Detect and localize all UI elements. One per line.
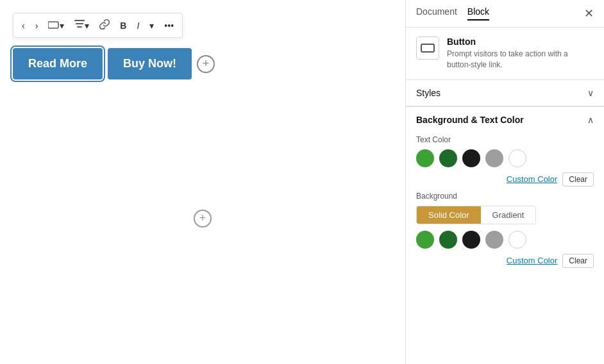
- svg-rect-2: [76, 23, 83, 24]
- bg-text-chevron-icon: ∧: [587, 115, 594, 125]
- text-color-clear-button[interactable]: Clear: [562, 172, 594, 186]
- center-add-block-button[interactable]: +: [194, 210, 212, 228]
- panel-header: Document Block ✕: [406, 0, 604, 28]
- read-more-button[interactable]: Read More: [13, 48, 103, 79]
- block-type-chevron: ▾: [60, 21, 64, 31]
- close-icon: ✕: [584, 6, 594, 21]
- button-group: Read More Buy Now! +: [13, 48, 392, 79]
- more-options-icon: •••: [164, 21, 174, 31]
- text-color-custom-button[interactable]: Custom Color: [507, 174, 557, 184]
- text-color-swatch-gray[interactable]: [485, 149, 503, 167]
- toolbar-bold-btn[interactable]: B: [115, 17, 131, 34]
- bg-clear-button[interactable]: Clear: [562, 254, 594, 268]
- bg-text-section-title: Background & Text Color: [416, 115, 524, 125]
- align-chevron: ▾: [85, 21, 89, 31]
- text-color-swatch-green-light[interactable]: [416, 149, 434, 167]
- svg-rect-1: [74, 20, 85, 21]
- block-info-text: Button Prompt visitors to take action wi…: [447, 37, 594, 70]
- text-color-label: Text Color: [416, 135, 594, 144]
- link-icon: [99, 19, 110, 31]
- tab-document[interactable]: Document: [416, 6, 457, 21]
- editor-area: ‹ › ▾ ▾ B I ▾ ••• Read More Buy Now!: [0, 0, 405, 364]
- panel-close-button[interactable]: ✕: [584, 6, 594, 21]
- block-info: Button Prompt visitors to take action wi…: [406, 28, 604, 80]
- bg-text-content: Text Color Custom Color Clear Background…: [406, 135, 604, 282]
- bg-color-swatch-green-light[interactable]: [416, 231, 434, 249]
- bg-custom-color-button[interactable]: Custom Color: [507, 256, 557, 265]
- toolbar-align-btn[interactable]: ▾: [70, 17, 94, 34]
- background-subsection: Background Solid Color Gradient Custom C…: [416, 192, 594, 268]
- toolbar-format-btn[interactable]: ▾: [145, 17, 158, 34]
- solid-color-toggle-btn[interactable]: Solid Color: [417, 206, 481, 224]
- toolbar-back-btn[interactable]: ‹: [17, 17, 29, 34]
- block-icon-box: [416, 37, 439, 60]
- bg-color-swatch-green-dark[interactable]: [439, 231, 457, 249]
- text-color-swatch-white[interactable]: [508, 149, 526, 167]
- toolbar-more-btn[interactable]: •••: [160, 17, 178, 34]
- background-toggle: Solid Color Gradient: [416, 206, 536, 224]
- block-type-icon: [48, 21, 60, 31]
- block-name: Button: [447, 37, 594, 47]
- align-icon: [74, 20, 85, 31]
- background-color-swatches: [416, 231, 594, 249]
- tab-block[interactable]: Block: [467, 6, 489, 21]
- svg-rect-3: [77, 26, 82, 28]
- toolbar-block-type-btn[interactable]: ▾: [44, 17, 69, 34]
- plus-icon: +: [203, 57, 210, 70]
- bg-color-swatch-white[interactable]: [508, 231, 526, 249]
- buy-now-button[interactable]: Buy Now!: [108, 48, 192, 79]
- toolbar-forward-btn[interactable]: ›: [31, 17, 43, 34]
- bg-color-swatch-black[interactable]: [462, 231, 480, 249]
- styles-section-header[interactable]: Styles ∨: [406, 80, 604, 106]
- block-description: Prompt visitors to take action with a bu…: [447, 49, 594, 70]
- text-color-swatch-black[interactable]: [462, 149, 480, 167]
- center-plus-icon: +: [199, 211, 206, 225]
- toolbar-italic-btn[interactable]: I: [132, 17, 144, 34]
- right-panel: Document Block ✕ Button Prompt visitors …: [405, 0, 604, 364]
- background-label: Background: [416, 192, 594, 201]
- bg-color-swatch-gray[interactable]: [485, 231, 503, 249]
- styles-section: Styles ∨: [406, 80, 604, 106]
- gradient-toggle-btn[interactable]: Gradient: [481, 206, 536, 224]
- bg-text-section-header[interactable]: Background & Text Color ∧: [406, 106, 604, 133]
- text-color-swatches: [416, 149, 594, 167]
- bg-text-color-section: Background & Text Color ∧ Text Color Cus…: [406, 106, 604, 282]
- button-block-icon: [421, 44, 435, 53]
- toolbar-link-btn[interactable]: [95, 16, 114, 35]
- bg-custom-clear-row: Custom Color Clear: [416, 254, 594, 268]
- text-color-custom-clear-row: Custom Color Clear: [416, 172, 594, 186]
- block-toolbar: ‹ › ▾ ▾ B I ▾ •••: [13, 13, 183, 38]
- add-block-button[interactable]: +: [197, 55, 215, 73]
- styles-section-title: Styles: [416, 88, 440, 98]
- svg-rect-0: [48, 22, 58, 28]
- styles-chevron-icon: ∨: [587, 88, 594, 98]
- panel-tabs: Document Block: [416, 6, 489, 21]
- text-color-swatch-green-dark[interactable]: [439, 149, 457, 167]
